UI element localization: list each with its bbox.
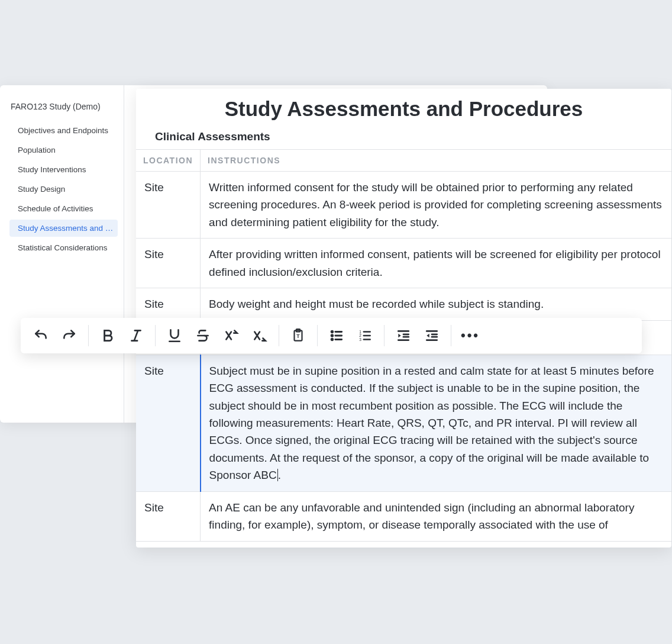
cell-location: Site <box>136 172 201 239</box>
indent-decrease-button[interactable] <box>418 321 446 350</box>
svg-text:3: 3 <box>359 337 361 342</box>
strikethrough-button[interactable] <box>189 321 217 350</box>
cell-instructions: An AE can be any unfavorable and uninten… <box>201 491 671 541</box>
table-row: SiteAfter providing written informed con… <box>136 239 671 288</box>
cell-instructions: After providing written informed consent… <box>201 239 671 288</box>
study-title: FARO123 Study (Demo) <box>9 102 118 111</box>
toolbar-separator <box>88 325 89 346</box>
editor-toolbar: T123••• <box>21 318 642 353</box>
redo-button[interactable] <box>55 321 83 350</box>
table-row: SiteWritten informed consent for the stu… <box>136 172 671 239</box>
sidebar-item[interactable]: Objectives and Endpoints <box>9 122 118 139</box>
indent-decrease-icon <box>424 328 440 343</box>
bulleted-list-icon <box>329 328 344 343</box>
toolbar-separator <box>451 325 451 346</box>
sidebar-item[interactable]: Population <box>9 141 118 159</box>
more-button[interactable]: ••• <box>456 321 484 350</box>
toolbar-group: 123 <box>322 318 379 353</box>
numbered-list-button[interactable]: 123 <box>351 321 379 350</box>
column-header-instructions: INSTRUCTIONS <box>201 150 671 172</box>
strikethrough-icon <box>195 328 211 343</box>
cell-location: Site <box>136 239 201 288</box>
underline-button[interactable] <box>160 321 189 350</box>
svg-point-9 <box>331 335 333 337</box>
toolbar-group <box>160 318 274 353</box>
cell-instructions: Body weight and height must be recorded … <box>201 288 671 320</box>
nav-list: Objectives and EndpointsPopulationStudy … <box>9 122 118 256</box>
superscript-icon <box>224 328 239 343</box>
table-row: SiteAn AE can be any unfavorable and uni… <box>136 491 671 541</box>
sidebar-item[interactable]: Study Design <box>9 181 118 198</box>
toolbar-group <box>93 318 150 353</box>
sidebar-item[interactable]: Statistical Considerations <box>9 239 118 256</box>
toolbar-group: ••• <box>456 318 484 353</box>
toolbar-separator <box>317 325 318 346</box>
more-icon: ••• <box>461 328 480 343</box>
superscript-button[interactable] <box>217 321 245 350</box>
bold-icon <box>100 328 115 343</box>
table-row: SiteBody weight and height must be recor… <box>136 288 671 320</box>
paste-text-icon: T <box>290 328 306 343</box>
sidebar-item[interactable]: Schedule of Activities <box>9 200 118 217</box>
toolbar-group <box>389 318 446 353</box>
cell-location: Site <box>136 288 201 320</box>
toolbar-group <box>27 318 83 353</box>
sidebar: FARO123 Study (Demo) Objectives and Endp… <box>0 85 124 423</box>
bulleted-list-button[interactable] <box>322 321 351 350</box>
cell-location[interactable]: Site <box>136 355 201 491</box>
numbered-list-icon: 123 <box>357 328 373 343</box>
cell-instructions[interactable]: Subject must be in supine position in a … <box>201 355 671 491</box>
toolbar-separator <box>384 325 385 346</box>
svg-point-10 <box>331 339 333 340</box>
toolbar-separator <box>279 325 279 346</box>
italic-icon <box>128 328 144 343</box>
indent-increase-icon <box>396 328 411 343</box>
cell-location: Site <box>136 491 201 541</box>
cell-instructions: Written informed consent for the study w… <box>201 172 671 239</box>
paste-text-button[interactable]: T <box>284 321 312 350</box>
toolbar-group: T <box>284 318 312 353</box>
bold-button[interactable] <box>93 321 122 350</box>
column-header-location: LOCATION <box>136 150 201 172</box>
indent-increase-button[interactable] <box>389 321 418 350</box>
text-cursor <box>277 469 278 481</box>
svg-line-2 <box>134 330 138 340</box>
subscript-button[interactable] <box>245 321 274 350</box>
italic-button[interactable] <box>122 321 150 350</box>
sidebar-item[interactable]: Study Assessments and Pr... <box>9 220 118 237</box>
section-subtitle: Clinical Assessments <box>136 125 671 149</box>
sidebar-item[interactable]: Study Interventions <box>9 161 118 178</box>
redo-icon <box>62 328 77 343</box>
table-row: SiteSubject must be in supine position i… <box>136 355 671 491</box>
svg-text:T: T <box>296 333 300 339</box>
subscript-icon <box>252 328 267 343</box>
toolbar-separator <box>155 325 156 346</box>
undo-icon <box>33 328 49 343</box>
underline-icon <box>167 328 182 343</box>
page-title: Study Assessments and Procedures <box>136 89 671 125</box>
undo-button[interactable] <box>27 321 55 350</box>
svg-point-8 <box>331 331 333 333</box>
